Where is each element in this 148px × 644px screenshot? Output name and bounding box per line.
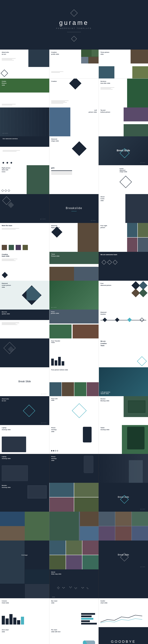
dot1 bbox=[51, 450, 52, 452]
photo1 bbox=[2, 245, 7, 250]
slide-about-dark[interactable]: About whowe are gurame bbox=[0, 396, 49, 425]
slide-dark-person[interactable] bbox=[99, 454, 148, 483]
slide-about-iconic[interactable]: Abouticonicslide bbox=[99, 194, 148, 223]
photo-grid bbox=[49, 483, 99, 512]
slide-creative-team[interactable]: Creativeteam slide bbox=[0, 252, 49, 281]
slide-diamond-center-picture[interactable]: Diamondcenter pictureslide bbox=[0, 281, 49, 310]
slide-chart-like[interactable]: Four TransferTeam bbox=[49, 338, 99, 367]
slide-tablet-white[interactable]: Tabletmockup slide bbox=[99, 425, 148, 454]
slide-break3[interactable]: Break slide gurame bbox=[99, 540, 148, 570]
td4 bbox=[140, 318, 144, 322]
slide-awesome-services[interactable]: Our awesome services bbox=[0, 136, 49, 165]
header-diamond-bottom bbox=[71, 36, 77, 42]
slide-photo-grid6[interactable] bbox=[49, 540, 99, 570]
line-chart bbox=[100, 612, 146, 624]
corridor-lines bbox=[0, 108, 49, 136]
img-br bbox=[73, 324, 99, 338]
slide-phone-dark[interactable]: Phonemockupslide bbox=[49, 454, 99, 483]
d4 bbox=[139, 289, 147, 297]
header-diamond-top bbox=[70, 10, 78, 17]
slide-label: Creative bbox=[51, 80, 57, 82]
slide-label: Leftpicture slide bbox=[89, 109, 97, 113]
slide-label: Phonemockupslide bbox=[51, 427, 57, 433]
icon3 bbox=[10, 162, 12, 164]
slide-photo-collage3[interactable] bbox=[99, 512, 148, 540]
slide-phone-white[interactable]: Phonemockupslide bbox=[49, 425, 99, 454]
slide-laptop-dark[interactable]: Laptopmockup slide bbox=[0, 454, 49, 483]
slide-break-dark[interactable]: Break Slide gurame bbox=[99, 136, 148, 165]
slide-bar-chart[interactable]: Bar chartslide bbox=[49, 598, 99, 627]
slide-laptop-white[interactable]: Laptopmockup slide bbox=[0, 425, 49, 454]
slide-creative-profile[interactable]: Creativeprofile slide bbox=[49, 50, 99, 78]
slide-iconic-diamond[interactable]: Iconicdiamondshape slide bbox=[99, 165, 148, 194]
slide-meet-team[interactable]: Meet the team bbox=[0, 223, 49, 252]
brand: gurame bbox=[41, 394, 47, 394]
photo3 bbox=[16, 245, 21, 250]
photo2 bbox=[9, 245, 14, 250]
text-lines bbox=[2, 58, 16, 61]
slide-breakslide[interactable]: Breakslide gurame bbox=[49, 194, 99, 223]
slide-content-grid[interactable] bbox=[49, 483, 99, 512]
slide-diamond-right[interactable]: DiamondRight picture bbox=[49, 223, 99, 252]
slide-three-pic-v2[interactable]: Threepicture slide bbox=[49, 310, 99, 338]
slide-about-who[interactable]: About whowe are bbox=[0, 50, 49, 78]
slide-pie-chart[interactable]: Pie chartslide with text bbox=[49, 627, 99, 644]
slide-dark-diamonds2[interactable] bbox=[0, 338, 49, 367]
slide-four-diamond[interactable]: Fourdiamond picture bbox=[99, 281, 148, 310]
svg-point-10 bbox=[75, 588, 75, 588]
slide-dark-diamonds[interactable]: gurame bbox=[0, 194, 49, 223]
slide-break2[interactable]: Break slide gurame bbox=[99, 483, 148, 512]
slide-label: ColumnChart slide bbox=[2, 600, 9, 604]
slide-left-picture-profile[interactable]: Leftpicture slide bbox=[49, 108, 99, 136]
slide-goodbye[interactable]: GOODBYE bbox=[99, 627, 148, 644]
slide-four-right[interactable]: Four rightpicture bbox=[99, 223, 148, 252]
text-lines bbox=[51, 100, 69, 104]
slide-three-picture[interactable]: Three pictureslide bbox=[99, 50, 148, 78]
slide-label: Laptopmockup slide bbox=[2, 456, 11, 460]
slide-photo-collage2[interactable] bbox=[49, 512, 99, 540]
img-grid bbox=[127, 223, 148, 252]
slide-quotes[interactable]: Best forquotes slide bbox=[0, 310, 49, 338]
slide-diamond-shape[interactable]: Diamondshape slide bbox=[49, 136, 99, 165]
slide-plant-full[interactable]: gurame bbox=[49, 281, 99, 310]
slide-teal[interactable]: Left geometricbanner slide bbox=[99, 367, 148, 396]
slide-creative[interactable]: Creative bbox=[49, 78, 99, 108]
slide-row-10: Best forquotes slide Threepicture slide … bbox=[0, 310, 148, 338]
slide-row-11: Four TransferTeam We areCreativeTeam bbox=[0, 338, 148, 367]
svg-point-1 bbox=[58, 586, 59, 587]
slide-dark-collage[interactable]: Collage bbox=[0, 540, 49, 570]
slide-grm-table[interactable]: grm bbox=[49, 165, 99, 194]
slide-row-2: CenterPictureslide Creative ServicesAnd … bbox=[0, 78, 148, 107]
slide-row-1: About whowe are Creativeprofile slide bbox=[0, 50, 148, 78]
slide-right-picture-icons[interactable]: Right pictureSlide withicons bbox=[0, 165, 49, 194]
slide-area-chart[interactable]: Area chartslide bbox=[0, 627, 49, 644]
slide-awesome-team[interactable]: We are awesome team bbox=[99, 252, 148, 281]
slide-monitor-mockup[interactable]: MonitorMockup slide bbox=[99, 396, 148, 425]
slide-scatter-chart[interactable]: Scatterchart slide bbox=[99, 598, 148, 627]
slide-photo-collage1[interactable] bbox=[0, 512, 49, 540]
svg-point-13 bbox=[81, 587, 82, 588]
slide-label: Abouticonicslide bbox=[100, 196, 104, 202]
slide-break-white[interactable]: Break Slide gurame bbox=[0, 367, 49, 396]
slide-world-map[interactable]: WorldWide map slide ■ ■ ■ ■ bbox=[49, 570, 99, 598]
slide-dark-world[interactable] bbox=[0, 570, 49, 598]
slide-services[interactable]: ServicesAnd offer slide bbox=[99, 78, 148, 108]
slide-center-picture[interactable]: CenterPictureslide bbox=[0, 78, 49, 108]
slide-three-picture2[interactable]: ThreePicture slide bbox=[49, 252, 99, 281]
svg-point-11 bbox=[75, 588, 76, 589]
slide-dark-dots[interactable]: · · · · · · · · · · · · · · · · · · · · … bbox=[99, 570, 148, 598]
slide-monitor-dark[interactable]: Monitormockup slide bbox=[0, 483, 49, 512]
slide-diamond-timeline[interactable]: Diamondtimeline bbox=[99, 310, 148, 338]
slide-creative-team2[interactable]: We areCreativeTeam bbox=[99, 338, 148, 367]
slide-dark-corridor[interactable]: gurame bbox=[0, 108, 49, 136]
timeline-diamonds bbox=[100, 318, 146, 322]
slide-four-link[interactable]: Four Linkslide bbox=[49, 396, 99, 425]
slide-tip-bottom[interactable]: Tip andbottom picture bbox=[99, 108, 148, 136]
slide-column-chart[interactable]: ColumnChart slide bbox=[0, 598, 49, 627]
td2 bbox=[115, 318, 119, 322]
slide-row-14: Laptopmockup slide Phonemockupslide Tabl… bbox=[0, 425, 148, 454]
svg-point-0 bbox=[57, 588, 58, 588]
svg-point-2 bbox=[59, 588, 60, 588]
g3 bbox=[132, 512, 148, 526]
slide-four-bottom[interactable]: Four picture bottom slide bbox=[49, 367, 99, 396]
